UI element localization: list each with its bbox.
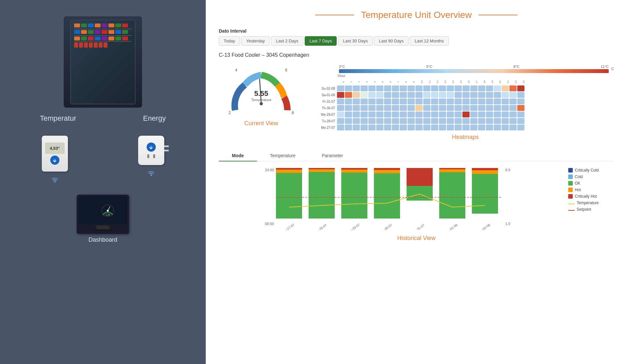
heatmap-cell: [337, 118, 344, 124]
heatmap-cell: [502, 118, 509, 124]
chart-area: 24:00 00:00 8.0 1.0: [219, 165, 614, 230]
hour-label-19: 19: [487, 78, 494, 85]
svg-point-4: [107, 210, 109, 212]
dato-label: Dato Interval: [219, 28, 614, 34]
heatmap-cell: [415, 125, 423, 130]
heatmap-cell: [470, 105, 477, 111]
heatmap-cell: [502, 112, 509, 117]
heatmap-cell: [478, 99, 485, 104]
gauge-tick-8: 8: [292, 111, 294, 115]
heatmap-cell: [462, 105, 470, 111]
tab-mode[interactable]: Mode: [219, 150, 257, 161]
gauge-svg-wrap: 2 4 6 8 5.55 Temperature: [225, 65, 297, 117]
heatmap-cell: [415, 105, 423, 111]
heatmap-cell: [462, 85, 470, 91]
btn-last7[interactable]: Last 7 Days: [305, 36, 337, 46]
heatmap-cell: [361, 99, 368, 104]
heatmap-cell: [384, 85, 391, 91]
right-panel: Temperature Unit Overview Dato Interval …: [206, 0, 627, 364]
heatmap-cell: [478, 92, 485, 98]
heatmap-cell: [478, 112, 485, 117]
heatmap-row: Mo-27-07: [317, 125, 614, 130]
heatmap-cell: [408, 125, 415, 130]
svg-point-1: [151, 175, 152, 176]
heatmap-row: Sa-01-08: [317, 92, 614, 98]
hour-label-17: 17: [471, 78, 478, 85]
heatmap-cell: [368, 99, 376, 104]
heatmap-cell: [439, 99, 446, 104]
heatmap-cell: [470, 85, 477, 91]
btn-yesterday[interactable]: Yesterday: [241, 36, 270, 46]
current-view-label: Current View: [244, 120, 278, 127]
svg-rect-32: [472, 168, 498, 170]
date-buttons: Today Yesterday Last 2 Days Last 7 Days …: [219, 36, 614, 46]
bottom-devices: 1.29 Dashboard: [77, 195, 129, 243]
heatmap-cell: [470, 125, 477, 130]
temp-sensor: 4,53° ⬙: [42, 136, 68, 172]
heatmap-cell: [368, 125, 376, 130]
heatmap-cell: [408, 85, 415, 91]
bluetooth-badge: ⬙: [50, 156, 59, 165]
hour-label: Hour: [338, 74, 614, 78]
gauge-sublabel: Temperature: [251, 98, 271, 102]
legend-temperature: Temperature: [568, 201, 614, 205]
svg-text:Sa-01-08: Sa-01-08: [445, 223, 458, 230]
heatmap-cell: [353, 105, 360, 111]
heatmap-cell: [486, 99, 493, 104]
heatmap-cell: [455, 118, 462, 124]
heatmap-c-label: C: [611, 67, 614, 71]
heatmap-cell: [415, 112, 423, 117]
heatmap-cell: [470, 118, 477, 124]
legend-critically-cold: Critically Cold: [568, 168, 614, 173]
heatmap-cell: [494, 92, 501, 98]
btn-last30[interactable]: Last 30 Days: [338, 36, 373, 46]
chart-tabs: Mode Temperature Parameter: [219, 150, 614, 161]
legend-label-setpoint: Setpoint: [577, 207, 591, 212]
views-row: 2 4 6 8 5.55 Temperature Current View 2°…: [219, 65, 614, 141]
heatmap-cell: [353, 112, 360, 117]
heatmap-cell: [361, 125, 368, 130]
bluetooth-icon: ⬙: [53, 158, 56, 163]
energy-plug-card: ⬙: [138, 136, 164, 185]
btn-last12[interactable]: Last 12 Months: [410, 36, 449, 46]
heatmap-cell: [408, 105, 415, 111]
heatmap-cell: [455, 105, 462, 111]
svg-rect-30: [472, 168, 498, 214]
heatmap-cell: [486, 105, 493, 111]
heatmap-row: We-29-07: [317, 112, 614, 117]
tab-temperature[interactable]: Temperature: [257, 150, 309, 161]
heatmap-cell: [509, 112, 517, 117]
heatmap-cell: [400, 118, 407, 124]
heatmap-cell: [470, 99, 477, 104]
heatmap-cell: [423, 118, 430, 124]
heatmap-cell: [423, 112, 430, 117]
heatmap-row-label: Th-30-07: [317, 106, 336, 110]
heatmap-legend-labels: 2°C 5°C 8°C 11°C: [339, 65, 609, 68]
heatmap-cell: [384, 125, 391, 130]
heatmap-cell: [368, 112, 376, 117]
sensor-screen: 4,53°: [45, 143, 65, 154]
svg-rect-12: [276, 168, 302, 219]
tab-parameter[interactable]: Parameter: [309, 150, 356, 161]
hour-label-22: 22: [510, 78, 517, 85]
heatmap-cell: [431, 92, 438, 98]
btn-today[interactable]: Today: [219, 36, 240, 46]
heatmap-cell: [415, 92, 423, 98]
svg-rect-26: [407, 168, 433, 186]
heatmap-cell: [462, 118, 470, 124]
heatmap-cell: [517, 92, 524, 98]
heatmap-cell: [494, 105, 501, 111]
heatmap-cell: [361, 92, 368, 98]
heatmap-cell: [517, 99, 524, 104]
heatmap-cell: [517, 125, 524, 130]
header-line-right: [478, 15, 518, 15]
heatmap-cell: [478, 125, 485, 130]
btn-last90[interactable]: Last 90 Days: [374, 36, 409, 46]
heatmap-cell: [486, 112, 493, 117]
heatmap-cell: [384, 99, 391, 104]
btn-last2[interactable]: Last 2 Days: [271, 36, 303, 46]
legend-color-critically-cold: [568, 168, 573, 173]
heatmap-cell: [486, 125, 493, 130]
svg-text:8.0: 8.0: [505, 168, 510, 172]
heatmap-cell: [494, 125, 501, 130]
